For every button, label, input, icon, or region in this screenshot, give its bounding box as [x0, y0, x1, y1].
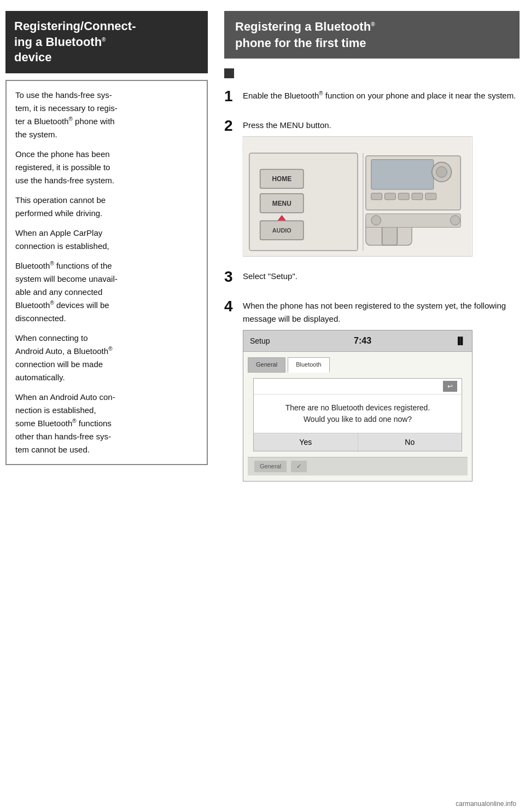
setup-tab-row: General Bluetooth — [248, 357, 468, 373]
step-3-number: 3 — [224, 269, 243, 286]
reg-mark-2: ® — [50, 260, 54, 266]
car-interior-svg: HOME MENU AUDIO — [243, 137, 472, 256]
svg-text:AUDIO: AUDIO — [272, 228, 292, 234]
svg-rect-14 — [371, 193, 382, 200]
footer-tab-2: ✓ — [291, 461, 307, 473]
left-header-line1: Registering/Connect- — [14, 19, 136, 33]
registered-mark-1: ® — [102, 36, 106, 42]
svg-rect-11 — [371, 160, 434, 189]
right-column: Registering a Bluetooth® phone for the f… — [213, 11, 520, 801]
step-3-content: Select "Setup". — [243, 269, 520, 286]
svg-text:HOME: HOME — [272, 176, 291, 183]
step-3-block: 3 Select "Setup". — [224, 269, 520, 286]
footer-url: carmanualonline.info — [456, 800, 516, 808]
yes-button[interactable]: Yes — [254, 433, 358, 451]
para-5: Bluetooth® functions of thesystem will b… — [15, 259, 198, 325]
para-3: This operation cannot beperformed while … — [15, 194, 198, 220]
step-4-number: 4 — [224, 298, 243, 315]
right-header-line1: Registering a Bluetooth® — [235, 20, 375, 33]
no-button[interactable]: No — [358, 433, 462, 451]
reg-mark-5: ® — [72, 418, 76, 424]
svg-rect-18 — [425, 193, 436, 200]
para-7: When an Android Auto con-nection is esta… — [15, 391, 198, 456]
page-footer: carmanualonline.info — [456, 800, 516, 808]
step-2-content: Press the MENU button. HOME MENU — [243, 118, 520, 257]
step-4-content: When the phone has not been registered t… — [243, 298, 520, 482]
dialog-buttons: Yes No — [254, 433, 462, 451]
svg-point-13 — [436, 167, 447, 178]
step-2-number: 2 — [224, 118, 243, 135]
reg-mark-s1: ® — [319, 90, 323, 96]
svg-point-22 — [371, 216, 381, 225]
left-column: Registering/Connect- ing a Bluetooth® de… — [5, 11, 208, 801]
setup-tab-1: General — [248, 357, 285, 373]
reg-mark-right: ® — [371, 21, 375, 27]
step-1-content: Enable the Bluetooth® function on your p… — [243, 88, 520, 106]
dialog-message: There are no Bluetooth devices registere… — [254, 395, 462, 433]
svg-rect-16 — [398, 193, 409, 200]
step-4-text: When the phone has not been registered t… — [243, 299, 520, 326]
step-4-block: 4 When the phone has not been registered… — [224, 298, 520, 482]
para-6: When connecting toAndroid Auto, a Blueto… — [15, 332, 198, 384]
setup-title: Setup — [250, 335, 270, 347]
step-1-text: Enable the Bluetooth® function on your p… — [243, 89, 520, 102]
left-section-header: Registering/Connect- ing a Bluetooth® de… — [5, 11, 208, 73]
setup-tab-bluetooth: Bluetooth — [288, 357, 329, 373]
car-interior-image: HOME MENU AUDIO — [243, 136, 472, 257]
dialog-back-row: ↩ — [254, 379, 462, 395]
setup-footer: General ✓ — [248, 457, 468, 476]
left-content-box: To use the hands-free sys-tem, it is nec… — [5, 80, 208, 465]
svg-rect-15 — [385, 193, 396, 200]
reg-mark-3: ® — [50, 300, 54, 306]
footer-tab-1: General — [254, 461, 287, 473]
para-1: To use the hands-free sys-tem, it is nec… — [15, 89, 198, 141]
dialog-line2: Would you like to add one now? — [304, 415, 412, 424]
setup-time: 7:43 — [354, 334, 371, 348]
setup-screen-body: General Bluetooth ↩ There are no Bluetoo… — [243, 352, 472, 481]
setup-dialog: ↩ There are no Bluetooth devices registe… — [253, 378, 462, 451]
left-header-line2: ing a Bluetooth® — [14, 35, 106, 49]
left-header-line3: device — [14, 50, 52, 64]
step-1-block: 1 Enable the Bluetooth® function on your… — [224, 88, 520, 106]
para-4: When an Apple CarPlayconnection is estab… — [15, 227, 198, 253]
right-section-header: Registering a Bluetooth® phone for the f… — [224, 11, 520, 59]
step-1-number: 1 — [224, 88, 243, 105]
dialog-line1: There are no Bluetooth devices registere… — [285, 403, 430, 412]
section-black-square — [224, 68, 234, 78]
step-2-block: 2 Press the MENU button. HOME — [224, 118, 520, 257]
svg-text:MENU: MENU — [272, 200, 291, 207]
step-3-text: Select "Setup". — [243, 270, 520, 283]
svg-point-23 — [450, 216, 460, 225]
svg-rect-17 — [412, 193, 423, 200]
setup-screen: Setup 7:43 ▐▌ General Bluetooth ↩ — [243, 330, 472, 482]
step-2-text: Press the MENU button. — [243, 119, 520, 132]
right-header-line2: phone for the first time — [235, 36, 366, 50]
reg-mark: ® — [69, 116, 73, 122]
setup-screen-header: Setup 7:43 ▐▌ — [243, 330, 472, 352]
back-button[interactable]: ↩ — [443, 381, 457, 392]
reg-mark-4: ® — [108, 346, 112, 352]
page-container: Registering/Connect- ing a Bluetooth® de… — [0, 0, 525, 812]
para-2: Once the phone has beenregistered, it is… — [15, 148, 198, 187]
signal-icon: ▐▌ — [456, 335, 465, 347]
